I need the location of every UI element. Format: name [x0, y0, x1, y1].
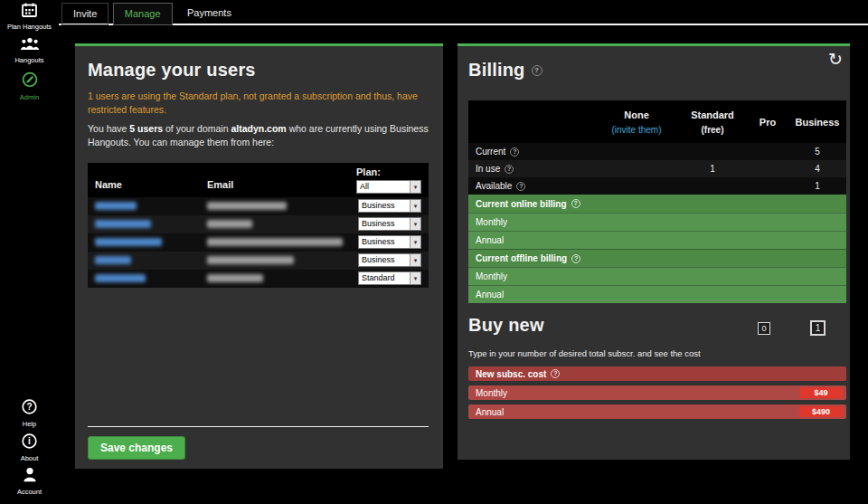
- column-header-pro: Pro: [747, 109, 788, 128]
- help-circle-icon: ?: [22, 399, 37, 414]
- tab-manage[interactable]: Manage: [113, 3, 173, 25]
- sidebar-item-plan-hangouts[interactable]: Plan Hangouts: [0, 3, 59, 31]
- offline-monthly-row: Monthly: [468, 267, 846, 285]
- sidebar-item-hangouts[interactable]: Hangouts: [0, 37, 59, 64]
- user-plan-select[interactable]: Business ▾: [358, 235, 421, 249]
- user-plan-value: Business: [359, 218, 410, 230]
- help-icon[interactable]: ?: [571, 199, 580, 208]
- user-plan-select[interactable]: Standard ▾: [358, 271, 421, 285]
- billing-row-in-use: In use ? 1 4: [468, 160, 846, 177]
- sidebar-item-about[interactable]: i About: [0, 433, 59, 462]
- refresh-icon[interactable]: ↻: [828, 51, 843, 68]
- page-title: Manage your users: [88, 60, 429, 81]
- sidebar-item-admin[interactable]: Admin: [0, 71, 59, 101]
- sidebar-item-label: Hangouts: [0, 56, 59, 64]
- section-label: Current online billing: [476, 199, 567, 209]
- user-plan-select[interactable]: Business ▾: [358, 199, 421, 213]
- sidebar-item-label: Help: [0, 420, 59, 428]
- billing-table-body: Current ? 5 In use ? 1 4 Av: [468, 143, 846, 195]
- user-plan-value: Business: [359, 236, 410, 248]
- user-plan-select[interactable]: Business ▾: [358, 217, 421, 231]
- billing-header: Billing ?: [468, 60, 846, 81]
- column-header-business: Business: [788, 109, 846, 128]
- tab-payments[interactable]: Payments: [176, 3, 242, 24]
- user-row: Business ▾: [88, 252, 429, 270]
- cell-inuse-standard: 1: [678, 164, 747, 174]
- users-table-header: Name Email Plan: All ▾: [88, 163, 429, 197]
- plan-filter-value: All: [357, 181, 410, 193]
- help-icon[interactable]: ?: [532, 65, 542, 76]
- section-label: New subsc. cost: [476, 369, 546, 379]
- domain-info-text: You have 5 users of your domain altadyn.…: [88, 122, 429, 148]
- chevron-down-icon: ▾: [410, 181, 420, 193]
- sidebar-item-help[interactable]: ? Help: [0, 399, 59, 428]
- column-header-plan: Plan:: [356, 166, 421, 177]
- business-quantity-input[interactable]: [810, 320, 826, 336]
- users-table-body: Business ▾ Business ▾ Business ▾: [88, 197, 429, 288]
- question-glyph: ?: [26, 402, 32, 412]
- sidebar-item-label: Account: [0, 488, 59, 496]
- sidebar-item-label: Plan Hangouts: [0, 23, 59, 31]
- help-icon[interactable]: ?: [571, 254, 580, 263]
- help-icon[interactable]: ?: [551, 369, 560, 378]
- info-glyph: i: [28, 436, 31, 446]
- offline-billing-section-header: Current offline billing ?: [468, 249, 846, 267]
- chevron-down-icon: ▾: [410, 218, 420, 230]
- invite-them-link[interactable]: (invite them): [595, 125, 678, 135]
- buy-new-title: Buy new: [468, 315, 846, 336]
- user-name-link-redacted[interactable]: [95, 256, 131, 264]
- chevron-down-icon: ▾: [410, 200, 420, 212]
- user-name-link-redacted[interactable]: [95, 220, 151, 228]
- user-name-link-redacted[interactable]: [95, 202, 137, 210]
- help-icon[interactable]: ?: [510, 147, 519, 157]
- user-plan-value: Standard: [359, 272, 410, 284]
- standard-plan-warning: 1 users are using the Standard plan, not…: [88, 90, 429, 116]
- divider: [88, 426, 429, 427]
- standard-free-label: (free): [678, 125, 747, 135]
- sidebar-item-label: About: [0, 454, 59, 462]
- tab-bar: Invite Manage Payments: [59, 0, 868, 25]
- sidebar-item-account[interactable]: Account: [0, 467, 59, 496]
- online-annual-row: Annual: [468, 231, 846, 249]
- section-label: Current offline billing: [476, 253, 567, 263]
- calendar-icon: [22, 3, 37, 17]
- chevron-down-icon: ▾: [410, 254, 420, 266]
- user-name-link-redacted[interactable]: [95, 274, 146, 282]
- cell-available-business: 1: [788, 181, 846, 191]
- manage-panel-footer: Save changes: [88, 426, 429, 460]
- plan-filter-select[interactable]: All ▾: [356, 180, 421, 194]
- monthly-cost-badge: $49: [799, 387, 843, 398]
- user-email-redacted: [207, 238, 343, 246]
- user-email-redacted: [207, 202, 287, 210]
- row-label: Current: [476, 147, 505, 157]
- column-header-email: Email: [207, 179, 356, 194]
- tab-invite[interactable]: Invite: [61, 3, 108, 25]
- save-changes-button[interactable]: Save changes: [88, 436, 185, 460]
- user-plan-select[interactable]: Business ▾: [358, 253, 421, 267]
- users-table: Name Email Plan: All ▾ Business ▾: [88, 163, 429, 288]
- billing-table: None (invite them) Standard (free) Pro B…: [468, 100, 846, 303]
- help-icon[interactable]: ?: [505, 165, 514, 174]
- manage-users-panel: Manage your users 1 users are using the …: [75, 43, 443, 469]
- row-label: In use: [476, 164, 500, 174]
- chevron-down-icon: ▾: [410, 236, 420, 248]
- user-row: Business ▾: [88, 233, 429, 252]
- billing-row-available: Available ? 1: [468, 177, 846, 195]
- user-plan-value: Business: [359, 200, 410, 212]
- row-label: Annual: [476, 407, 504, 417]
- user-plan-value: Business: [359, 254, 410, 266]
- row-label: Monthly: [476, 388, 507, 398]
- person-icon: [23, 467, 37, 482]
- billing-table-header: None (invite them) Standard (free) Pro B…: [468, 100, 846, 143]
- new-cost-annual-row: Annual $490: [468, 404, 846, 419]
- help-icon[interactable]: ?: [516, 182, 525, 191]
- pro-quantity-input[interactable]: [758, 322, 770, 335]
- user-email-redacted: [207, 274, 263, 282]
- info-circle-icon: i: [22, 433, 37, 449]
- billing-panel: ↻ Billing ? None (invite them) Standard …: [458, 43, 850, 460]
- user-name-link-redacted[interactable]: [95, 238, 162, 246]
- user-email-redacted: [207, 256, 294, 264]
- billing-row-current: Current ? 5: [468, 143, 846, 160]
- online-monthly-row: Monthly: [468, 213, 846, 231]
- buy-new-hint: Type in your number of desired total sub…: [468, 348, 846, 358]
